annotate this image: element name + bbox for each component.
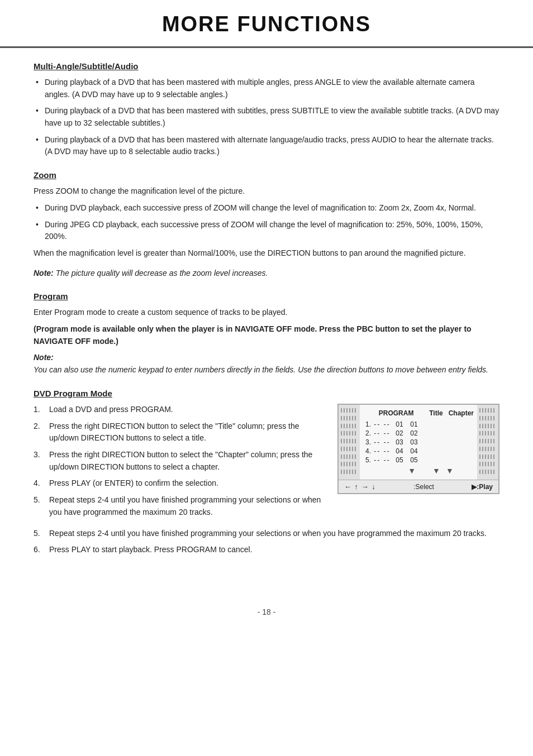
multiangle-list: During playback of a DVD that has been m… [34,76,499,158]
row-num: 4. [363,447,371,455]
bar-stripe [479,470,496,474]
footer-select: :Select [413,483,434,491]
zoom-note-label: Note: [34,269,54,277]
section-multiangle: Multi-Angle/Subtitle/Audio During playba… [34,61,499,158]
diagram-main-area: PROGRAM Title Chapter 1. -- -- [339,405,498,480]
row-title: 04 [393,447,406,455]
section-zoom: Zoom Press ZOOM to change the magnificat… [34,170,499,279]
list-item: Press PLAY (or ENTER) to confirm the sel… [34,477,322,490]
list-item: Repeat steps 2-4 until you have finished… [34,494,322,518]
diagram-row: 2. -- -- 02 02 [363,429,474,437]
diagram-inner: PROGRAM Title Chapter 1. -- -- [339,405,498,493]
list-item: Load a DVD and press PROGRAM. [34,404,322,416]
down-arrow-left: ▼ [408,466,416,475]
footer-arrows: ← ↑ → ↓ [344,482,376,491]
bar-stripe [341,462,358,466]
row-title: 05 [393,456,406,464]
diagram-chapter-label: Chapter [449,409,474,417]
list-item: During DVD playback, each successive pre… [34,202,499,214]
bar-stripe [479,431,496,436]
section-zoom-title: Zoom [34,170,499,180]
diagram-row: 4. -- -- 04 04 [363,447,474,455]
program-strong: (Program mode is available only when the… [34,323,499,347]
list-item: During playback of a DVD that has been m… [34,76,499,101]
section-program: Program Enter Program mode to create a c… [34,291,499,376]
row-num: 2. [363,429,371,437]
footer-play: ▶:Play [472,483,493,491]
diagram-left-bar [339,405,360,480]
list-item: Press PLAY to start playback. Press PROG… [34,544,499,556]
bar-stripe [479,424,496,428]
diagram-program-label: PROGRAM [363,409,429,417]
bar-stripe [341,439,358,443]
program-intro: Enter Program mode to create a custom se… [34,307,499,319]
bar-stripe [479,416,496,420]
list-item: Press the right DIRECTION button to sele… [34,449,322,473]
section-multiangle-title: Multi-Angle/Subtitle/Audio [34,61,499,71]
diagram-arrow-row: ▼ ▼ ▼ [363,466,474,475]
zoom-footer: When the magnification level is greater … [34,247,499,260]
row-dashes: -- -- [373,447,391,455]
bar-stripe [341,416,358,420]
diagram-header: PROGRAM Title Chapter [363,409,474,417]
diagram-rows: 1. -- -- 01 01 2. -- -- 02 [363,420,474,475]
program-note-label: Note: [34,353,499,362]
diagram-center: PROGRAM Title Chapter 1. -- -- [360,405,477,480]
dvd-steps-list: Load a DVD and press PROGRAM. Press the … [34,404,322,519]
bar-stripe [479,454,496,459]
bar-stripe [341,424,358,428]
row-title: 03 [393,438,406,446]
bar-stripe [479,439,496,443]
row-title: 02 [393,429,406,437]
bar-stripe [341,470,358,474]
zoom-intro: Press ZOOM to change the magnification l… [34,185,499,198]
row-dashes: -- -- [373,420,391,428]
diagram-title-label: Title [429,409,442,417]
bar-stripe [341,454,358,459]
bar-stripe [341,408,358,413]
row-dashes: -- -- [373,438,391,446]
row-dashes: -- -- [373,456,391,464]
program-note-body: You can also use the numeric keypad to e… [34,364,499,376]
down-arrow-chapter: ▼ [446,466,454,475]
row-title: 01 [393,420,406,428]
bar-stripe [341,431,358,436]
list-item: During playback of a DVD that has been m… [34,134,499,158]
row-chapter: 04 [408,447,420,455]
diagram-right-bar [477,405,498,480]
bar-stripe [341,447,358,451]
list-item: During JPEG CD playback, each successive… [34,219,499,243]
row-chapter: 01 [408,420,420,428]
dvd-steps-list-continued: Repeat steps 2-4 until you have finished… [34,528,499,556]
zoom-list: During DVD playback, each successive pre… [34,202,499,243]
dvd-program-content: Load a DVD and press PROGRAM. Press the … [34,404,499,523]
diagram-title-chapter: Title Chapter [429,409,474,417]
page-number: - 18 - [0,607,533,616]
section-program-title: Program [34,291,499,301]
row-chapter: 03 [408,438,420,446]
diagram-row: 3. -- -- 03 03 [363,438,474,446]
diagram-row: 1. -- -- 01 01 [363,420,474,428]
bar-stripe [479,447,496,451]
zoom-note-body: The picture quality will decrease as the… [56,269,268,277]
row-num: 3. [363,438,371,446]
down-arrow-title: ▼ [432,466,440,475]
list-item: Press the right DIRECTION button to sele… [34,420,322,444]
row-num: 1. [363,420,371,428]
diagram-footer: ← ↑ → ↓ :Select ▶:Play [339,480,498,493]
page-title: MORE FUNCTIONS [0,12,533,36]
zoom-note: Note: The picture quality will decrease … [34,269,268,277]
list-item: During playback of a DVD that has been m… [34,105,499,129]
row-chapter: 02 [408,429,420,437]
dvd-program-title: DVD Program Mode [34,389,499,398]
bar-stripe [479,462,496,466]
dvd-program-diagram: PROGRAM Title Chapter 1. -- -- [337,404,499,494]
row-dashes: -- -- [373,429,391,437]
bar-stripe [479,408,496,413]
dvd-program-steps: Load a DVD and press PROGRAM. Press the … [34,404,322,523]
page-header: MORE FUNCTIONS [0,0,533,48]
row-chapter: 05 [408,456,420,464]
list-item: Repeat steps 2-4 until you have finished… [34,528,499,540]
diagram-row: 5. -- -- 05 05 [363,456,474,464]
section-dvd-program: DVD Program Mode Load a DVD and press PR… [34,389,499,556]
